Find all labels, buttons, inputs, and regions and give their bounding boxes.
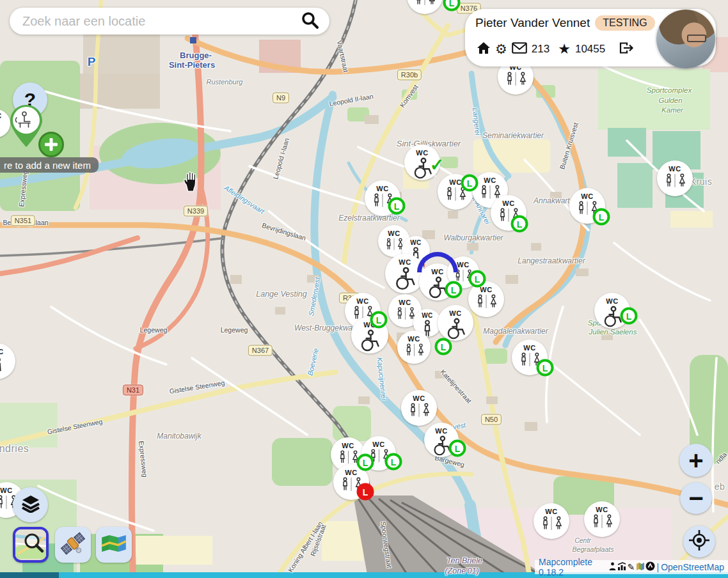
map-label: Langestraatkwartier: [518, 256, 585, 265]
basemap-style-osm-button[interactable]: [13, 527, 49, 563]
geolocate-button[interactable]: [683, 526, 715, 558]
search-icon[interactable]: [300, 10, 319, 32]
wc-marker-label: WC: [606, 298, 618, 305]
man-woman-toilet-icon: [395, 307, 416, 323]
mail-icon[interactable]: [512, 42, 527, 56]
environment-badge: TESTING: [595, 15, 654, 31]
man-woman-toilet-icon: [663, 173, 686, 191]
map-label: Seminariekwartier: [482, 131, 544, 140]
crosshair-icon: [688, 529, 711, 554]
opening-hours-badge-open: L: [449, 440, 466, 457]
basemap-style-map-button[interactable]: [96, 527, 132, 563]
avatar[interactable]: [656, 10, 715, 68]
add-plus-icon[interactable]: [38, 132, 64, 157]
attribution-separator: |: [657, 562, 660, 572]
wheelchair-toilet-icon: [393, 267, 417, 293]
wc-marker-label: WC: [388, 230, 400, 237]
man-woman-toilet-icon: [404, 343, 425, 359]
opening-hours-badge-open: L: [621, 308, 638, 325]
folded-map-icon: [101, 533, 127, 556]
wc-marker[interactable]: WC: [401, 390, 437, 426]
wc-marker-label: WC: [399, 299, 411, 306]
changeset-count[interactable]: 10455: [575, 43, 605, 56]
hand-cursor: [182, 170, 202, 196]
opening-hours-badge-open: L: [370, 311, 388, 329]
map-label: Ten Briele: [447, 556, 482, 565]
add-item-tooltip: re to add a new item: [0, 157, 99, 173]
wc-marker[interactable]: WC: [534, 503, 569, 539]
attribution-icons: ✎: [608, 561, 655, 573]
man-woman-toilet-icon: [504, 72, 527, 89]
road-ref-badge: N9: [273, 93, 289, 104]
road-ref-badge: N50: [481, 414, 502, 425]
opening-hours-badge-closed: L: [357, 483, 374, 501]
wc-marker-label: WC: [449, 310, 461, 317]
opening-hours-badge-open: L: [593, 208, 610, 226]
stats-icon[interactable]: [617, 562, 627, 573]
wc-marker-label: WC: [408, 336, 420, 343]
opening-hours-badge-open: L: [461, 175, 479, 192]
zoom-out-button[interactable]: −: [680, 482, 712, 514]
attribution-bar: Mapcomplete 0.18.2 ✎ | OpenStreetMap: [535, 560, 728, 574]
basemap-style-satellite-button[interactable]: [55, 527, 91, 563]
wc-marker-label: WC: [0, 348, 4, 355]
wc-marker-label: WC: [502, 200, 514, 207]
wc-marker-label: WC: [372, 441, 384, 448]
zoom-in-button[interactable]: +: [679, 444, 713, 477]
map-label: Begraafplaats: [573, 545, 614, 553]
inbox-count[interactable]: 213: [532, 43, 550, 56]
opening-hours-badge-open: L: [435, 338, 452, 355]
map-label: eb: [715, 481, 725, 492]
wheelchair-toilet-icon: [358, 329, 381, 355]
wc-marker-label: WC: [484, 177, 496, 184]
layers-button[interactable]: [13, 487, 48, 522]
wc-marker[interactable]: WC: [657, 160, 693, 196]
map-label: Sint-Pieters: [169, 60, 215, 70]
opening-hours-badge-open: L: [537, 359, 554, 377]
search-input[interactable]: [21, 13, 300, 29]
map-label: Legeweg: [221, 326, 248, 334]
contributor-icon[interactable]: [608, 562, 617, 573]
home-icon[interactable]: [477, 42, 491, 57]
man-woman-toilet-icon: [408, 403, 431, 420]
wc-marker-label: WC: [399, 259, 411, 266]
wc-marker-label: WC: [596, 506, 608, 513]
wc-marker-label: WC: [545, 508, 557, 515]
app-version-link[interactable]: Mapcomplete 0.18.2: [539, 557, 606, 577]
map-label: P: [88, 55, 96, 69]
map-label: Kamer: [661, 106, 683, 114]
wc-marker-label: WC: [413, 395, 425, 402]
map-label: Magdalenakwartier: [483, 327, 548, 336]
josm-map-icon[interactable]: [636, 562, 645, 572]
road-ref-badge: N31: [123, 385, 143, 396]
man-woman-toilet-icon: [590, 514, 613, 531]
wc-marker[interactable]: WC: [397, 331, 431, 364]
wc-marker-label: WC: [581, 193, 593, 200]
man-woman-toilet-icon: [413, 0, 436, 8]
logout-icon[interactable]: [619, 42, 634, 57]
wc-marker[interactable]: WC: [385, 254, 425, 293]
map-label: Sportcomplex: [647, 86, 692, 94]
road-ref-badge: N367: [248, 345, 273, 356]
wc-marker-label: WC: [0, 487, 12, 494]
star-icon[interactable]: ★: [558, 41, 571, 57]
osmand-icon[interactable]: [645, 561, 655, 573]
map-label: Manitobawijk: [157, 432, 201, 441]
pencil-icon[interactable]: ✎: [628, 562, 635, 572]
road-ref-badge: R30b: [397, 70, 422, 81]
man-woman-toilet-icon: [475, 294, 498, 311]
wc-marker[interactable]: WC: [584, 501, 620, 537]
wc-marker-label: WC: [342, 442, 354, 449]
road-ref-badge: N351: [11, 215, 35, 226]
opening-hours-badge-open: L: [511, 215, 528, 233]
map-label: Gulden: [658, 97, 682, 104]
wc-marker[interactable]: WC: [438, 305, 473, 341]
user-name[interactable]: Pieter Vander Vennet: [475, 16, 590, 30]
wc-marker-label: WC: [356, 298, 368, 305]
opening-hours-badge-open: L: [445, 281, 463, 299]
gear-icon[interactable]: ⚙: [495, 42, 507, 57]
osm-link[interactable]: OpenStreetMap: [661, 562, 724, 572]
wc-marker-label: WC: [669, 166, 681, 173]
map-label: Rustenburg: [207, 78, 243, 86]
mapcomplete-app: Brugge-Sint-PietersPRustenburgSint-Gilli…: [0, 0, 728, 578]
